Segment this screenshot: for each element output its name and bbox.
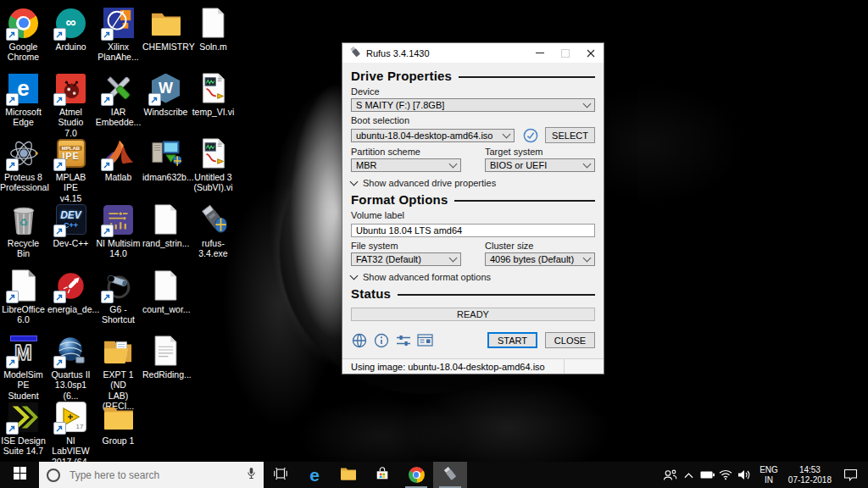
desktop-icon-xilinx-planahe[interactable]: XilinxPlanAhe... [95,7,142,63]
taskbar-app-microsoft-store[interactable] [365,462,399,488]
target-system-dropdown[interactable]: BIOS or UEFI [485,158,595,172]
clock[interactable]: 14:5307-12-2018 [784,465,836,485]
desktop-icon-label: MPLAB IPEv4.15 [47,172,94,203]
desktop-icon-libreoffice-6-0[interactable]: LibreOffice6.0 [0,269,47,325]
volume-icon[interactable] [735,462,754,488]
desktop-icon-g6-shortcut[interactable]: G6 - Shortcut [95,269,142,325]
folder-open-icon [103,335,135,367]
taskbar-search[interactable] [39,462,264,488]
language-indicator[interactable]: ENGIN [755,465,782,485]
rufus-status-bar: Using image: ubuntu-18.04-desktop-amd64.… [342,358,604,374]
cluster-size-dropdown[interactable]: 4096 bytes (Default) [485,252,595,266]
xilinx-icon [103,7,135,39]
rufus-titlebar[interactable]: Rufus 3.4.1430 [342,43,604,63]
select-button[interactable]: SELECT [545,127,595,143]
desktop-icon-modelsim-pe-student-edi[interactable]: MModelSim PEStudent Edi... [0,335,47,412]
boot-selection-dropdown[interactable]: ubuntu-18.04-desktop-amd64.iso [351,129,515,142]
globe-icon[interactable] [351,332,367,348]
desktop-icon-google-chrome[interactable]: GoogleChrome [0,7,47,63]
desktop-icon-matlab[interactable]: Matlab [95,137,142,182]
show-advanced-format-options[interactable]: Show advanced format options [351,272,595,282]
start-button[interactable]: START [487,332,537,348]
desktop-icon-expt-1-nd-lab-reci[interactable]: EXPT 1 (NDLAB) (RECI... [95,335,142,412]
desktop-icon-chemistry[interactable]: CHEMISTRY [142,7,189,52]
desktop-icon-soln-m[interactable]: Soln.m [190,7,236,52]
desktop-icon-windscribe[interactable]: WWindscribe [142,72,189,117]
checksum-ok-icon[interactable] [523,128,538,143]
taskbar-app-edge[interactable]: e [298,462,331,488]
windows-logo-icon [14,467,26,483]
desktop-icon-label: Windscribe [142,107,189,117]
show-advanced-drive-properties[interactable]: Show advanced drive properties [351,178,595,188]
settings-sliders-icon[interactable] [395,332,411,348]
taskbar-app-task-view[interactable] [264,462,298,488]
close-button[interactable]: CLOSE [545,332,595,348]
device-dropdown[interactable]: S MAITY (F:) [7.8GB] [351,98,595,112]
desktop-icon-quartus-ii-13-0sp1-6[interactable]: Quartus II13.0sp1 (6... [47,335,94,401]
volume-label-label: Volume label [351,210,595,220]
start-button-taskbar[interactable] [0,462,39,488]
system-tray: ENGIN 14:5307-12-2018 [660,462,868,488]
desktop-icon-idman632b[interactable]: idman632b... [142,137,189,182]
close-window-button[interactable] [578,43,604,63]
shortcut-arrow-icon [6,158,19,171]
document-icon [8,269,40,302]
log-icon[interactable] [417,332,433,348]
desktop-icon-rand-strin[interactable]: rand_strin... [142,203,189,248]
partition-scheme-dropdown[interactable]: MBR [351,158,461,172]
desktop-icon-ise-design-suite-14-7[interactable]: ISE DesignSuite 14.7 [0,401,47,457]
info-icon[interactable] [373,332,389,348]
wifi-icon[interactable] [716,462,735,488]
desktop-icon-label: count_wor... [142,304,189,314]
idm-icon [150,137,182,169]
desktop-icon-label: Untitled 3(SubVI).vi [190,172,236,193]
desktop-icon-recycle-bin[interactable]: ♻Recycle Bin [0,203,47,259]
desktop-icon-arduino[interactable]: ∞Arduino [47,7,94,52]
shortcut-arrow-icon [53,158,66,171]
desktop-icon-group-1[interactable]: Group 1 [95,401,142,446]
desktop-icon-iar-embedde[interactable]: IAREmbedde... [95,72,142,128]
taskbar-app-file-explorer[interactable] [331,462,365,488]
section-status: Status [351,286,595,301]
desktop-icon-energia-de[interactable]: energia_de... [47,269,94,314]
desktop-icon-proteus-8-professional[interactable]: Proteus 8Professional [0,137,47,193]
desktop-icon-dev-c[interactable]: DEVC++Dev-C++ [47,203,94,248]
target-system-label: Target system [485,147,595,157]
file-system-dropdown[interactable]: FAT32 (Default) [351,252,461,266]
volume-label-input[interactable] [351,224,595,237]
microphone-icon[interactable] [247,467,256,483]
chevron-down-icon [583,254,592,263]
ise-icon [8,401,40,433]
minimize-button[interactable] [527,43,553,63]
search-input[interactable] [68,469,239,482]
desktop-icon-redriding[interactable]: RedRiding... [142,335,189,380]
chevron-up-icon[interactable] [679,462,698,488]
section-heading: Format Options [351,192,448,207]
taskbar-app-rufus[interactable] [433,462,467,488]
desktop-icon-mplab-ipe-v4-15[interactable]: MPLABIPEMPLAB IPEv4.15 [47,137,94,203]
matlab-icon [103,137,135,169]
desktop-icon-untitled-3-subvi-vi[interactable]: Untitled 3(SubVI).vi [190,137,236,193]
desktop-icon-ni-multisim-14-0[interactable]: NI Multisim14.0 [95,203,142,259]
desktop-icon-atmel-studio-7-0[interactable]: Atmel Studio7.0 [47,72,94,138]
battery-icon[interactable] [698,462,716,488]
action-center-icon[interactable] [837,462,863,488]
shortcut-arrow-icon [6,291,19,303]
desktop-icon-temp-vi-vi[interactable]: temp_VI.vi [190,72,236,117]
energia-icon [55,269,87,302]
desktop-icon-label: rand_strin... [142,238,189,248]
cortana-icon [47,469,60,482]
cluster-size-label: Cluster size [485,241,595,251]
taskbar-app-chrome[interactable] [399,462,433,488]
desktop-icon-count-wor[interactable]: count_wor... [142,269,189,314]
maximize-button[interactable] [553,43,578,63]
rufus-usb-icon [198,203,230,236]
people-icon[interactable] [660,462,679,488]
desktop-icon-microsoft-edge[interactable]: eMicrosoftEdge [0,72,47,128]
atmel-icon [55,72,87,104]
desktop-icon-label: CHEMISTRY [142,42,189,52]
desktop-icon-label: NI Multisim14.0 [95,238,142,259]
desktop-icon-rufus-3-4-exe[interactable]: rufus-3.4.exe [190,203,236,259]
desktop-icon-label: Proteus 8Professional [0,172,47,193]
desktop-icon-label: rufus-3.4.exe [190,238,236,259]
